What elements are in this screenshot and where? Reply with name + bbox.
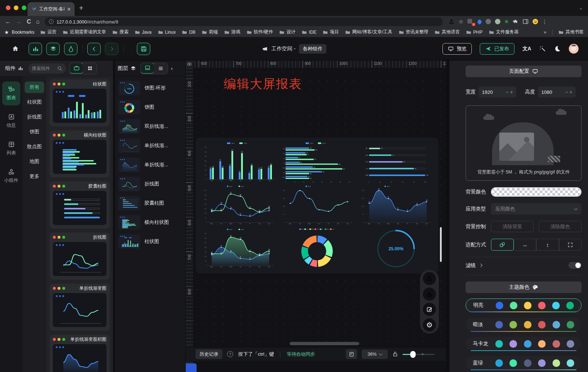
extension-gray-icon[interactable]	[486, 19, 491, 24]
category-item[interactable]: 所有	[25, 81, 44, 93]
theme-color-dot[interactable]	[567, 340, 574, 348]
tabstrip-chevron-icon[interactable]: ⌄	[579, 5, 583, 11]
vertical-scrollbar-thumb[interactable]	[440, 227, 442, 262]
category-item[interactable]: 柱状图	[25, 96, 44, 108]
component-card-capsule[interactable]: 胶囊柱图	[50, 181, 110, 229]
tab-close-icon[interactable]: ✕	[67, 7, 71, 12]
details-panel-toggle-button[interactable]	[64, 43, 77, 55]
theme-color-dot[interactable]	[538, 359, 546, 367]
import-button[interactable]	[423, 288, 436, 301]
filter-toggle[interactable]	[568, 262, 581, 269]
category-item[interactable]: 折线图	[25, 111, 44, 123]
theme-color-dot[interactable]	[566, 302, 574, 309]
bookmark-folder[interactable]: IDE	[302, 30, 316, 35]
increment-icon[interactable]: +	[510, 89, 513, 95]
site-info-icon[interactable]: i	[49, 19, 54, 24]
layer-item-hbar[interactable]: 横向柱状图	[118, 215, 182, 230]
theme-color-dot[interactable]	[538, 340, 546, 348]
layer-view-list-button[interactable]	[154, 63, 168, 74]
theme-color-dot[interactable]	[552, 302, 560, 309]
browser-tab[interactable]: 工作空间-各种组件 ✕	[28, 2, 75, 16]
layer-item-capsule[interactable]: 胶囊柱图	[118, 196, 182, 210]
dash-double-area-chart[interactable]: data1data2050100150200250300350120200150…	[200, 227, 277, 270]
component-card-line[interactable]: 折线图	[50, 233, 110, 280]
extensions-puzzle-icon[interactable]	[513, 19, 518, 25]
canvas-text-component[interactable]: 编辑大屏报表	[224, 76, 302, 92]
theme-color-dot[interactable]	[509, 321, 517, 329]
editor-canvas[interactable]: 6007008009001000110012001300 20030040050…	[186, 60, 446, 372]
layer-item-single-line-2[interactable]: 单折线渐...	[118, 158, 182, 172]
theme-row-bluegreen[interactable]: 蓝绿	[466, 356, 581, 370]
dash-hbar-chart[interactable]: data1data2130160Sun110117Sat70155Fri8028…	[278, 141, 356, 184]
dash-bar-chart[interactable]: data1data2050100150200250300350120130Mon…	[200, 141, 277, 184]
theme-color-dot[interactable]	[524, 302, 532, 309]
sidebar-icon[interactable]	[522, 19, 529, 24]
category-item[interactable]: 更多	[25, 171, 44, 182]
publish-button[interactable]: 已发布	[480, 43, 514, 55]
nav-item-charts[interactable]: 图表	[2, 81, 20, 105]
category-item[interactable]: 饼图	[25, 126, 44, 138]
theme-color-dot[interactable]	[509, 359, 517, 367]
bookmark-star-icon[interactable]: ☆	[458, 18, 463, 25]
theme-color-dot[interactable]	[510, 302, 517, 309]
theme-color-dot[interactable]	[495, 359, 503, 367]
dash-pie-chart[interactable]: MonTueWedThuFriSatSun	[278, 227, 356, 270]
app-home-icon[interactable]	[12, 45, 19, 53]
bookmark-folder[interactable]: 网站/博客/文章/工具	[345, 29, 392, 35]
reload-icon[interactable]: C	[27, 18, 31, 25]
zoom-slider[interactable]	[403, 351, 434, 358]
save-button[interactable]	[137, 43, 150, 55]
fit-stretch-button[interactable]	[559, 239, 582, 251]
layer-item-ring-pie[interactable]: 72%饼图-环形	[118, 81, 182, 95]
horizontal-scrollbar-thumb[interactable]	[290, 342, 359, 345]
extension-badge-icon[interactable]: 9	[467, 18, 474, 25]
forward-icon[interactable]: →	[16, 18, 22, 25]
increment-icon[interactable]: +	[570, 89, 572, 95]
theme-color-dot[interactable]	[553, 359, 560, 367]
dash-gradient-area-chart[interactable]: data10501001502001202001508070110130MonT…	[357, 184, 435, 227]
bookmark-folder[interactable]: Linux	[158, 30, 176, 35]
component-card-gradient-line[interactable]: 单折线渐变图	[50, 284, 110, 331]
drawer-toggle-button[interactable]	[346, 349, 357, 359]
bookmarks-star-icon[interactable]: ★	[4, 29, 9, 35]
bookmark-folder[interactable]: 资讯未整理	[399, 29, 429, 35]
layer-item-pie[interactable]: 饼图	[118, 100, 182, 114]
extension-kite-icon[interactable]	[476, 19, 482, 25]
page-config-header[interactable]: 页面配置	[466, 66, 581, 77]
share-icon[interactable]	[449, 19, 454, 25]
redo-button[interactable]	[105, 43, 118, 55]
export-button[interactable]	[423, 272, 436, 285]
address-bar[interactable]: i 127.0.0.1:3000/#/chart/home/9	[45, 17, 443, 26]
browser-menu-icon[interactable]: ⋮	[542, 19, 547, 25]
clear-color-button[interactable]: 清除颜色	[539, 221, 581, 232]
extension-green-circle-icon[interactable]	[495, 19, 500, 24]
zoom-select[interactable]: 36%	[362, 350, 388, 359]
theme-color-dot[interactable]	[553, 321, 560, 329]
slider-knob[interactable]	[410, 351, 416, 358]
workspace-name-badge[interactable]: 各种组件	[299, 44, 326, 54]
preview-button[interactable]: 预览	[442, 43, 472, 55]
theme-color-dot[interactable]	[495, 321, 503, 329]
bg-color-swatch[interactable]	[491, 187, 581, 197]
apply-type-select[interactable]: 应用颜色	[491, 203, 581, 214]
layer-item-single-line-1[interactable]: 单折线渐...	[118, 138, 182, 153]
bookmark-folder[interactable]: 软件/硬件	[247, 29, 273, 35]
component-card-bar[interactable]: 柱状图	[50, 79, 110, 126]
other-bookmarks[interactable]: 其他书签	[558, 29, 584, 35]
bookmark-folder[interactable]: DB	[182, 30, 195, 35]
component-view-box-button[interactable]	[70, 63, 83, 74]
theme-color-dot[interactable]	[553, 340, 560, 348]
bookmark-folder[interactable]: Java	[135, 30, 151, 35]
bookmark-folder[interactable]: PHP	[466, 30, 483, 35]
dash-gradient-line-chart[interactable]: data1050100150200MonTueWedThuFriSatSun	[278, 184, 356, 227]
edit-button[interactable]	[423, 303, 436, 316]
undo-button[interactable]	[87, 43, 101, 55]
maximize-window-button[interactable]	[22, 5, 26, 10]
user-avatar[interactable]	[569, 44, 579, 54]
theme-color-dot[interactable]	[524, 359, 532, 367]
search-input[interactable]	[32, 66, 56, 71]
chevron-right-icon[interactable]	[479, 264, 483, 267]
settings-button[interactable]: ⚙	[423, 318, 436, 331]
nav-item-widgets[interactable]: 小组件	[2, 164, 20, 188]
layer-item-double-line-area[interactable]: 双折线渐...	[118, 119, 182, 134]
